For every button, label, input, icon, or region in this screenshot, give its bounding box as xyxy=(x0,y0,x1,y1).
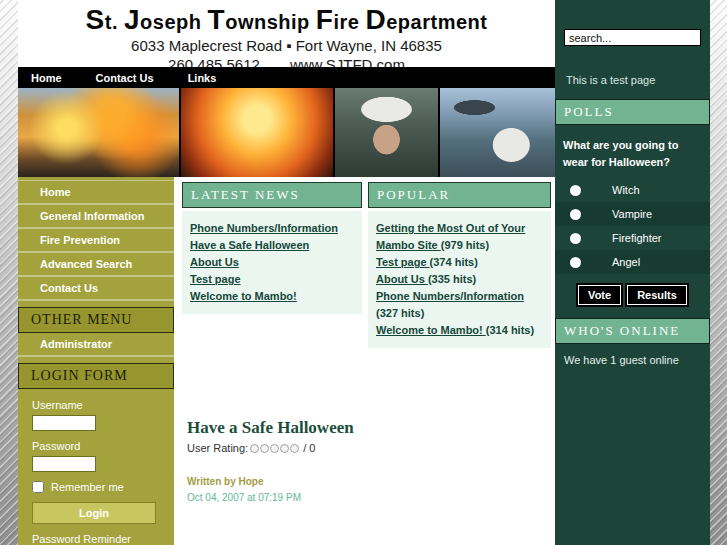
page-background: St. Joseph Township Fire Department 6033… xyxy=(0,0,727,545)
radio-icon[interactable] xyxy=(570,257,581,268)
popular-module: POPULAR Getting the Most Out of Your Mam… xyxy=(368,182,551,348)
banner-photo-strip xyxy=(18,88,555,177)
rating-circle-icon[interactable] xyxy=(290,444,299,453)
latest-news-module: LATEST NEWS Phone Numbers/Information Ha… xyxy=(182,182,362,348)
site-header: St. Joseph Township Fire Department 6033… xyxy=(18,0,555,67)
popular-link-about-us[interactable]: About Us xyxy=(376,273,428,285)
sidebar-item-advanced-search[interactable]: Advanced Search xyxy=(18,253,174,277)
password-label: Password xyxy=(32,440,164,452)
site-phone-line: 260.485.5612www.SJTFD.com xyxy=(18,56,555,67)
banner-photo-house-fire xyxy=(18,88,179,177)
username-label: Username xyxy=(32,399,164,411)
sidebar-item-fire-prevention[interactable]: Fire Prevention xyxy=(18,229,174,253)
poll-question: What are you going to wear for Halloween… xyxy=(563,137,702,170)
article-halloween: Have a Safe Halloween User Rating: / 0 xyxy=(182,418,555,503)
phone-number: 260.485.5612 xyxy=(168,56,260,67)
popular-item: Phone Numbers/Information (327 hits) xyxy=(376,288,543,322)
sidebar-item-contact-us[interactable]: Contact Us xyxy=(18,277,174,301)
content-columns: Home General Information Fire Prevention… xyxy=(18,177,555,545)
news-link-phone-numbers[interactable]: Phone Numbers/Information xyxy=(190,220,354,237)
other-menu-header: OTHER MENU xyxy=(18,307,174,333)
top-nav: Home Contact Us Links xyxy=(18,67,555,88)
test-page-link[interactable]: This is a test page xyxy=(566,74,710,86)
nav-item-home[interactable]: Home xyxy=(31,72,62,84)
popular-link-phone-numbers[interactable]: Phone Numbers/Information xyxy=(376,290,524,302)
popular-hits: (327 hits) xyxy=(376,307,424,319)
poll-option-label: Angel xyxy=(612,256,640,268)
popular-body: Getting the Most Out of Your Mambo Site … xyxy=(368,211,551,348)
user-rating-label: User Rating: xyxy=(187,442,248,454)
popular-hits: (335 hits) xyxy=(428,273,476,285)
site-address: 6033 Maplecrest Road ▪ Fort Wayne, IN 46… xyxy=(18,37,555,54)
poll-option-angel[interactable]: Angel xyxy=(555,250,710,274)
search-input[interactable] xyxy=(564,29,701,46)
poll-option-label: Firefighter xyxy=(612,232,662,244)
news-link-halloween[interactable]: Have a Safe Halloween xyxy=(190,237,354,254)
popular-item: Welcome to Mambo! (314 hits) xyxy=(376,322,543,339)
popular-hits: (374 hits) xyxy=(430,256,478,268)
page-container: St. Joseph Township Fire Department 6033… xyxy=(18,0,710,545)
site-url: www.SJTFD.com xyxy=(290,56,405,67)
popular-hits: (314 hits) xyxy=(486,324,534,336)
modules-row: LATEST NEWS Phone Numbers/Information Ha… xyxy=(182,182,555,348)
news-link-test-page[interactable]: Test page xyxy=(190,271,354,288)
poll-option-witch[interactable]: Witch xyxy=(555,178,710,202)
radio-icon[interactable] xyxy=(570,185,581,196)
latest-news-body: Phone Numbers/Information Have a Safe Ha… xyxy=(182,211,362,314)
popular-item: About Us (335 hits) xyxy=(376,271,543,288)
banner-photo-firefighter-portrait xyxy=(335,88,438,177)
login-form-header: LOGIN FORM xyxy=(18,363,174,389)
login-button[interactable]: Login xyxy=(32,502,156,524)
news-link-welcome-mambo[interactable]: Welcome to Mambo! xyxy=(190,288,354,305)
banner-photo-rescue-scene xyxy=(440,88,555,177)
rating-stars[interactable] xyxy=(250,444,299,453)
article-byline: Written by Hope xyxy=(187,476,555,487)
results-button[interactable]: Results xyxy=(627,285,687,305)
main-column: St. Joseph Township Fire Department 6033… xyxy=(18,0,555,545)
center-content: LATEST NEWS Phone Numbers/Information Ha… xyxy=(174,177,555,545)
article-date: Oct 04, 2007 at 07:19 PM xyxy=(187,492,555,503)
popular-hits: (979 hits) xyxy=(441,239,489,251)
sidebar-item-general-information[interactable]: General Information xyxy=(18,205,174,229)
remember-me-label: Remember me xyxy=(51,481,124,493)
user-rating-row: User Rating: / 0 xyxy=(187,442,555,454)
rating-circle-icon[interactable] xyxy=(280,444,289,453)
rating-circle-icon[interactable] xyxy=(250,444,259,453)
rating-circle-icon[interactable] xyxy=(260,444,269,453)
popular-item: Test page (374 hits) xyxy=(376,254,543,271)
poll-options: Witch Vampire Firefighter Angel xyxy=(555,178,710,274)
poll-option-label: Vampire xyxy=(612,208,652,220)
latest-news-header: LATEST NEWS xyxy=(182,182,362,208)
password-field[interactable] xyxy=(32,456,96,472)
popular-link-test-page[interactable]: Test page xyxy=(376,256,430,268)
article-title[interactable]: Have a Safe Halloween xyxy=(187,418,555,438)
remember-me-row: Remember me xyxy=(32,481,164,493)
username-field[interactable] xyxy=(32,415,96,431)
radio-icon[interactable] xyxy=(570,233,581,244)
rating-circle-icon[interactable] xyxy=(270,444,279,453)
poll-option-vampire[interactable]: Vampire xyxy=(555,202,710,226)
popular-header: POPULAR xyxy=(368,182,551,208)
sidebar-item-administrator[interactable]: Administrator xyxy=(18,333,174,357)
rating-value: / 0 xyxy=(303,442,315,454)
poll-buttons-row: Vote Results xyxy=(555,285,710,305)
nav-item-contact-us[interactable]: Contact Us xyxy=(96,72,154,84)
whos-online-text: We have 1 guest online xyxy=(564,354,710,366)
sidebar-item-home[interactable]: Home xyxy=(18,180,174,205)
news-link-about-us[interactable]: About Us xyxy=(190,254,354,271)
nav-item-links[interactable]: Links xyxy=(188,72,217,84)
whos-online-header: WHO'S ONLINE xyxy=(555,318,710,344)
banner-photo-flames-closeup xyxy=(181,88,333,177)
polls-header: POLLS xyxy=(555,99,710,125)
password-reminder-link[interactable]: Password Reminder xyxy=(32,533,164,545)
site-title: St. Joseph Township Fire Department xyxy=(18,0,555,36)
poll-option-firefighter[interactable]: Firefighter xyxy=(555,226,710,250)
remember-me-checkbox[interactable] xyxy=(32,481,44,493)
radio-icon[interactable] xyxy=(570,209,581,220)
poll-option-label: Witch xyxy=(612,184,640,196)
login-form: Username Password Remember me Login Pass… xyxy=(18,389,174,545)
right-sidebar: This is a test page POLLS What are you g… xyxy=(555,0,710,545)
vote-button[interactable]: Vote xyxy=(578,285,621,305)
popular-item: Getting the Most Out of Your Mambo Site … xyxy=(376,220,543,254)
popular-link-welcome-mambo[interactable]: Welcome to Mambo! xyxy=(376,324,486,336)
